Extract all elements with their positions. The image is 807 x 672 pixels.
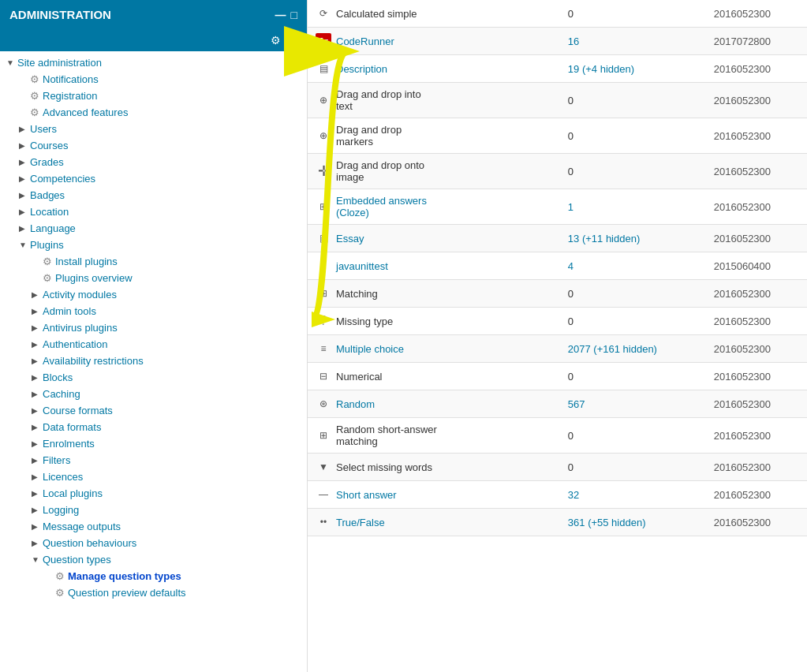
sidebar-item-manage-question-types[interactable]: ⚙Manage question types <box>0 568 307 584</box>
sidebar-tree: ▼Site administration⚙Notifications⚙Regis… <box>0 51 307 604</box>
maximize-icon[interactable]: □ <box>291 9 297 21</box>
question-name: Drag and drop markers <box>336 124 439 147</box>
sidebar-label: Availability restrictions <box>43 355 144 367</box>
sidebar-item-site-administration[interactable]: ▼Site administration <box>0 54 307 71</box>
sidebar-item-data-formats[interactable]: ▶Data formats <box>0 419 307 435</box>
sidebar-label: Message outputs <box>43 521 121 532</box>
question-version: 2016052300 <box>706 83 807 118</box>
sidebar-item-location[interactable]: ▶Location <box>0 203 307 220</box>
tree-arrow: ▶ <box>32 340 43 349</box>
sidebar-label: Site administration <box>17 57 102 69</box>
question-name-cell: ✛ Drag and drop onto image <box>308 154 446 189</box>
question-name[interactable]: Multiple choice <box>336 343 404 355</box>
sidebar-item-admin-tools[interactable]: ▶Admin tools <box>0 303 307 319</box>
question-count[interactable]: 1 <box>560 189 706 225</box>
sidebar-item-notifications[interactable]: ⚙Notifications <box>0 71 307 88</box>
gear-icon-1[interactable]: ⚙ <box>271 34 281 47</box>
tree-arrow: ▶ <box>19 158 30 166</box>
sidebar-item-caching[interactable]: ▶Caching <box>0 386 307 402</box>
sidebar-item-licences[interactable]: ▶Licences <box>0 469 307 485</box>
sidebar-item-availability-restrictions[interactable]: ▶Availability restrictions <box>0 353 307 369</box>
tf-icon: •• <box>316 514 331 530</box>
question-count: 0 <box>560 454 706 481</box>
sidebar-label: Notifications <box>43 73 99 85</box>
question-count[interactable]: 567 <box>560 390 706 418</box>
sidebar-item-activity-modules[interactable]: ▶Activity modules <box>0 286 307 303</box>
table-row: ▣ Essay 13 (+11 hidden) 2016052300 <box>308 225 807 252</box>
question-name[interactable]: Essay <box>336 233 364 245</box>
window-controls[interactable]: — □ <box>275 9 297 21</box>
table-row: ⊛ Random 567 2016052300 <box>308 390 807 418</box>
sidebar-item-filters[interactable]: ▶Filters <box>0 452 307 469</box>
question-name: Random short-answer matching <box>336 424 439 447</box>
table-row: ⊕ Drag and drop markers 0 2016052300 <box>308 118 807 154</box>
calc-icon: ⟳ <box>316 6 331 21</box>
question-name[interactable]: Random <box>336 398 375 410</box>
question-count: 0 <box>560 418 706 454</box>
dnd-text-icon: ⊕ <box>316 92 331 108</box>
gear-icon: ⚙ <box>30 90 39 102</box>
question-count[interactable]: 13 (+11 hidden) <box>560 225 706 252</box>
question-name[interactable]: True/False <box>336 517 385 528</box>
sidebar-item-language[interactable]: ▶Language <box>0 220 307 237</box>
sidebar-item-competencies[interactable]: ▶Competencies <box>0 170 307 187</box>
question-count[interactable]: 19 (+4 hidden) <box>560 55 706 83</box>
question-count: 0 <box>560 0 706 28</box>
question-count[interactable]: 361 (+55 hidden) <box>560 509 706 536</box>
question-name[interactable]: javaunittest <box>336 260 388 272</box>
sidebar-item-blocks[interactable]: ▶Blocks <box>0 369 307 386</box>
sidebar-item-enrolments[interactable]: ▶Enrolments <box>0 435 307 452</box>
sidebar-item-plugins-overview[interactable]: ⚙Plugins overview <box>0 270 307 286</box>
tree-arrow: ▶ <box>32 456 43 465</box>
question-count[interactable]: 16 <box>560 28 706 55</box>
sidebar-item-install-plugins[interactable]: ⚙Install plugins <box>0 253 307 270</box>
coderunner-icon: Cr <box>316 33 331 49</box>
sidebar-label: Activity modules <box>43 289 117 301</box>
question-version: 2016052300 <box>706 225 807 252</box>
question-name-cell: ⊞ Embedded answers (Cloze) <box>308 189 446 224</box>
question-name-cell: ⊕ Drag and drop markers <box>308 118 446 153</box>
table-row: ⊕ Drag and drop into text 0 2016052300 <box>308 83 807 118</box>
sidebar-item-advanced-features[interactable]: ⚙Advanced features <box>0 104 307 121</box>
question-count[interactable]: 32 <box>560 481 706 509</box>
question-name: Drag and drop into text <box>336 88 439 112</box>
question-name-cell: ⊕ Drag and drop into text <box>308 83 446 118</box>
question-count[interactable]: 4 <box>560 252 706 280</box>
sidebar-item-courses[interactable]: ▶Courses <box>0 137 307 154</box>
question-name[interactable]: Short answer <box>336 489 397 501</box>
sidebar-item-grades[interactable]: ▶Grades <box>0 154 307 170</box>
sidebar-item-antivirus-plugins[interactable]: ▶Antivirus plugins <box>0 319 307 336</box>
question-name[interactable]: CodeRunner <box>336 35 394 47</box>
question-version: 2015060400 <box>706 252 807 280</box>
question-version: 2016052300 <box>706 390 807 418</box>
question-count[interactable]: 2077 (+161 hidden) <box>560 335 706 363</box>
sidebar-item-users[interactable]: ▶Users <box>0 121 307 137</box>
minimize-icon[interactable]: — <box>275 9 286 21</box>
gear-icon-2[interactable]: ⚙ <box>287 34 297 47</box>
question-name-cell: ⊟ Numerical <box>308 363 446 390</box>
sidebar-item-question-preview-defaults[interactable]: ⚙Question preview defaults <box>0 584 307 601</box>
sidebar-label: Logging <box>43 504 79 516</box>
sidebar-label: Plugins <box>30 239 64 251</box>
sidebar-item-plugins[interactable]: ▼Plugins <box>0 237 307 253</box>
sidebar-item-registration[interactable]: ⚙Registration <box>0 88 307 104</box>
sidebar-item-question-types[interactable]: ▼Question types <box>0 551 307 568</box>
question-name[interactable]: Embedded answers (Cloze) <box>336 195 439 218</box>
sidebar-item-authentication[interactable]: ▶Authentication <box>0 336 307 353</box>
sidebar-item-question-behaviours[interactable]: ▶Question behaviours <box>0 535 307 551</box>
sidebar-item-logging[interactable]: ▶Logging <box>0 502 307 518</box>
table-row: ⊞ Random short-answer matching 0 2016052… <box>308 418 807 454</box>
sidebar-item-message-outputs[interactable]: ▶Message outputs <box>0 518 307 535</box>
question-count: 0 <box>560 280 706 308</box>
tree-arrow: ▶ <box>19 174 30 183</box>
sidebar-item-local-plugins[interactable]: ▶Local plugins <box>0 485 307 502</box>
tree-arrow: ▶ <box>32 489 43 498</box>
question-name[interactable]: Description <box>336 63 387 75</box>
question-name: Numerical <box>336 371 383 383</box>
table-row: Cr CodeRunner 16 2017072800 <box>308 28 807 55</box>
mc-icon: ≡ <box>316 341 331 357</box>
tree-arrow: ▶ <box>32 423 43 431</box>
sidebar-label: Manage question types <box>68 570 181 582</box>
sidebar-item-course-formats[interactable]: ▶Course formats <box>0 402 307 419</box>
sidebar-item-badges[interactable]: ▶Badges <box>0 187 307 203</box>
